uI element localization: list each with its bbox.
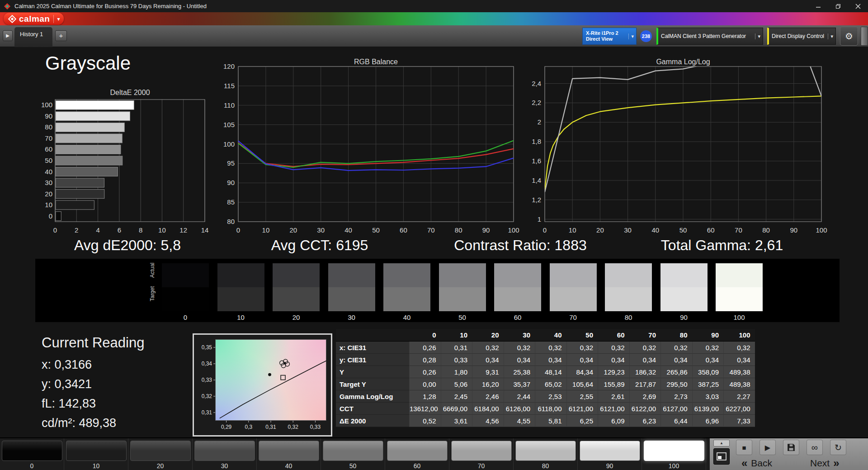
level-button-0[interactable]: [2, 441, 62, 461]
play-button[interactable]: ▶: [760, 440, 776, 455]
table-cell: 6127,00: [660, 403, 692, 415]
level-cell: 100: [642, 438, 706, 470]
link-button[interactable]: ∞: [807, 440, 823, 455]
stop-button[interactable]: ■: [736, 440, 752, 455]
svg-text:50: 50: [372, 226, 380, 233]
reference-dot-marker: [268, 373, 271, 376]
reading-x: x: 0,3166: [42, 355, 144, 375]
svg-text:2,2: 2,2: [532, 99, 541, 106]
settings-gear-button[interactable]: ⚙: [840, 27, 858, 46]
swatch-actual: [217, 263, 264, 287]
meter-dropdown[interactable]: X-Rite i1Pro 2 Direct View ▾: [582, 28, 637, 45]
close-button[interactable]: [848, 0, 868, 12]
svg-text:80: 80: [455, 226, 462, 233]
minimize-button[interactable]: [808, 0, 828, 12]
svg-text:0: 0: [543, 226, 547, 233]
layout-select-button[interactable]: [713, 448, 730, 465]
svg-text:70: 70: [735, 226, 742, 233]
chevron-down-icon[interactable]: ▾: [755, 33, 763, 39]
history-panel-toggle-button[interactable]: ▶: [3, 30, 13, 41]
add-tab-button[interactable]: +: [55, 30, 67, 41]
level-button-50[interactable]: [323, 441, 383, 461]
level-button-90[interactable]: [580, 441, 640, 461]
level-cell: 40: [257, 438, 321, 470]
level-button-70[interactable]: [451, 441, 512, 461]
refresh-button[interactable]: ↻: [830, 440, 846, 455]
svg-text:115: 115: [224, 82, 235, 90]
svg-text:0,3: 0,3: [245, 424, 252, 430]
restore-button[interactable]: [828, 0, 848, 12]
measured-dot-marker: [283, 362, 286, 364]
panel-expand-button[interactable]: ▲: [713, 440, 730, 446]
column-header-20: 20: [472, 329, 504, 342]
logo-caret-icon[interactable]: ▾: [57, 16, 60, 22]
back-button[interactable]: « Back: [738, 456, 772, 470]
table-cell: 5,06: [441, 378, 472, 390]
grayscale-swatch-strip: Actual Target 0102030405060708090100: [35, 259, 840, 322]
display-control-dropdown[interactable]: Direct Display Control ▾: [767, 28, 836, 45]
swatch-target: [383, 287, 430, 311]
table-cell: 7,33: [723, 415, 755, 427]
svg-text:95: 95: [227, 159, 235, 167]
swatch-target: [716, 287, 763, 311]
calman-logo-button[interactable]: calman ▾: [4, 13, 64, 25]
table-cell: 105,64: [566, 378, 598, 390]
svg-text:90: 90: [482, 226, 490, 233]
svg-text:30: 30: [317, 226, 325, 233]
svg-text:0,29: 0,29: [221, 424, 232, 430]
stat-avg-cct: Avg CCT: 6195: [271, 237, 368, 254]
svg-text:8: 8: [139, 226, 142, 233]
gamma-chart: 01020304050607080901002,42,221,81,61,41,…: [524, 57, 844, 233]
table-cell: 387,25: [692, 378, 724, 390]
next-button[interactable]: Next »: [810, 456, 843, 470]
table-cell: 2,45: [441, 390, 472, 403]
level-label: 20: [128, 462, 192, 470]
svg-text:14: 14: [201, 226, 209, 233]
level-button-80[interactable]: [515, 441, 576, 461]
table-cell: 0,26: [409, 366, 441, 378]
table-cell: 9,31: [472, 366, 504, 378]
chevron-down-icon[interactable]: ▾: [628, 33, 636, 39]
swatch-actual: [605, 263, 652, 287]
level-button-30[interactable]: [194, 441, 255, 461]
calman-logo-icon: [8, 15, 16, 23]
meter-count-badge[interactable]: 238: [640, 30, 652, 42]
deltae-bar-50: [56, 156, 123, 165]
grayscale-swatch-30: [328, 263, 375, 311]
level-button-10[interactable]: [66, 441, 127, 461]
row-label: Target Y: [336, 378, 409, 390]
swatch-target: [439, 287, 486, 311]
grayscale-swatch-80: [605, 263, 652, 311]
level-button-60[interactable]: [387, 441, 448, 461]
svg-text:85: 85: [227, 198, 235, 206]
swatch-actual: [716, 263, 763, 287]
collapse-panel-button[interactable]: [861, 27, 868, 46]
deltae-bar-100: [56, 100, 134, 109]
tab-history-1[interactable]: History 1: [14, 27, 52, 47]
level-label: 70: [449, 462, 513, 470]
pattern-generator-dropdown[interactable]: CalMAN Client 3 Pattern Generator ▾: [656, 28, 763, 45]
daylight-locus-curve: [220, 361, 326, 418]
svg-text:60: 60: [400, 226, 407, 233]
swatch-target: [217, 287, 264, 311]
table-cell: 0,32: [723, 342, 755, 354]
table-cell: 3,61: [441, 415, 472, 427]
swatch-label: 100: [716, 313, 763, 321]
table-cell: 0,52: [409, 415, 441, 427]
svg-text:20: 20: [45, 190, 52, 198]
swatch-label: 10: [217, 313, 264, 321]
table-cell: 4,55: [504, 415, 535, 427]
deltae-bar-80: [56, 123, 124, 132]
table-cell: 0,32: [692, 342, 724, 354]
svg-text:60: 60: [707, 226, 715, 233]
play-icon: ▶: [765, 443, 770, 452]
save-button[interactable]: [783, 440, 799, 455]
chevron-down-icon[interactable]: ▾: [828, 33, 835, 39]
level-button-100[interactable]: [644, 441, 704, 461]
swatch-actual: [383, 263, 430, 287]
table-cell: 0,32: [535, 342, 566, 354]
level-button-20[interactable]: [130, 441, 191, 461]
column-header-60: 60: [598, 329, 629, 342]
level-button-40[interactable]: [259, 441, 319, 461]
grayscale-swatch-70: [550, 263, 597, 311]
